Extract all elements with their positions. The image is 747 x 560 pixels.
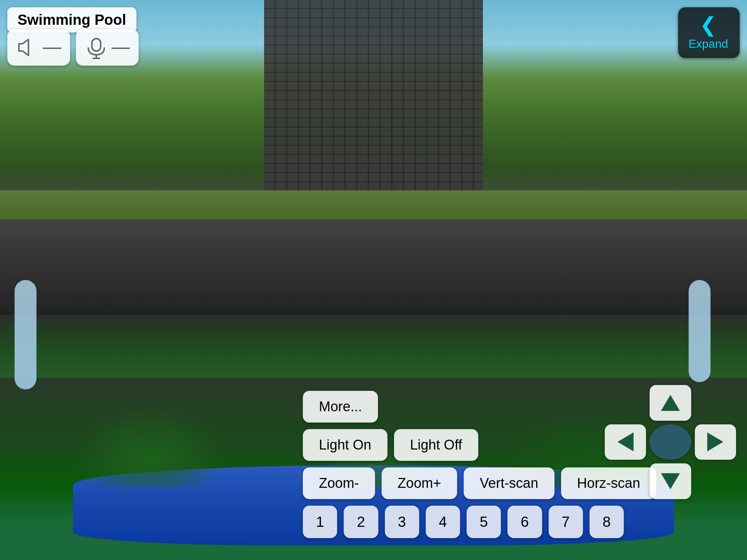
- dpad-up-button[interactable]: [650, 385, 691, 421]
- light-row: Light On Light Off: [303, 429, 478, 461]
- light-on-button[interactable]: Light On: [303, 429, 387, 461]
- volume-button[interactable]: —: [7, 29, 70, 66]
- expand-button[interactable]: ❮ Expand: [678, 7, 740, 58]
- microphone-button[interactable]: —: [76, 29, 139, 66]
- dpad-down-button[interactable]: [650, 463, 691, 499]
- arrow-right-icon: [707, 432, 723, 451]
- more-button[interactable]: More...: [303, 391, 378, 423]
- microphone-icon: [85, 36, 108, 59]
- number-5-button[interactable]: 5: [467, 506, 501, 538]
- number-row: 12345678: [303, 506, 624, 538]
- svg-rect-0: [92, 39, 101, 51]
- zoom-minus-button[interactable]: Zoom-: [303, 467, 375, 499]
- zoom-scan-row: Zoom- Zoom+ Vert-scan Horz-scan: [303, 467, 656, 499]
- volume-minus: —: [43, 38, 61, 56]
- vert-scan-button[interactable]: Vert-scan: [464, 467, 554, 499]
- chevron-left-icon: ❮: [700, 15, 717, 35]
- expand-label: Expand: [688, 37, 728, 51]
- arrow-left-icon: [618, 432, 634, 451]
- number-1-button[interactable]: 1: [303, 506, 337, 538]
- top-controls: — —: [7, 29, 139, 66]
- scene-title: Swimming Pool: [7, 7, 136, 32]
- mic-minus: —: [112, 38, 130, 56]
- arrow-down-icon: [661, 473, 680, 489]
- dpad-center-button[interactable]: [650, 424, 691, 460]
- number-7-button[interactable]: 7: [549, 506, 583, 538]
- number-3-button[interactable]: 3: [385, 506, 419, 538]
- dpad-left-button[interactable]: [605, 424, 646, 460]
- light-off-button[interactable]: Light Off: [394, 429, 478, 461]
- bottom-controls: More... Light On Light Off Zoom- Zoom+ V…: [303, 391, 656, 538]
- speaker-icon: [16, 36, 39, 59]
- number-2-button[interactable]: 2: [344, 506, 378, 538]
- dpad: [605, 385, 736, 538]
- more-row: More...: [303, 391, 378, 423]
- dpad-right-button[interactable]: [695, 424, 736, 460]
- number-6-button[interactable]: 6: [507, 506, 542, 538]
- number-4-button[interactable]: 4: [426, 506, 460, 538]
- arrow-up-icon: [661, 395, 680, 411]
- zoom-plus-button[interactable]: Zoom+: [382, 467, 457, 499]
